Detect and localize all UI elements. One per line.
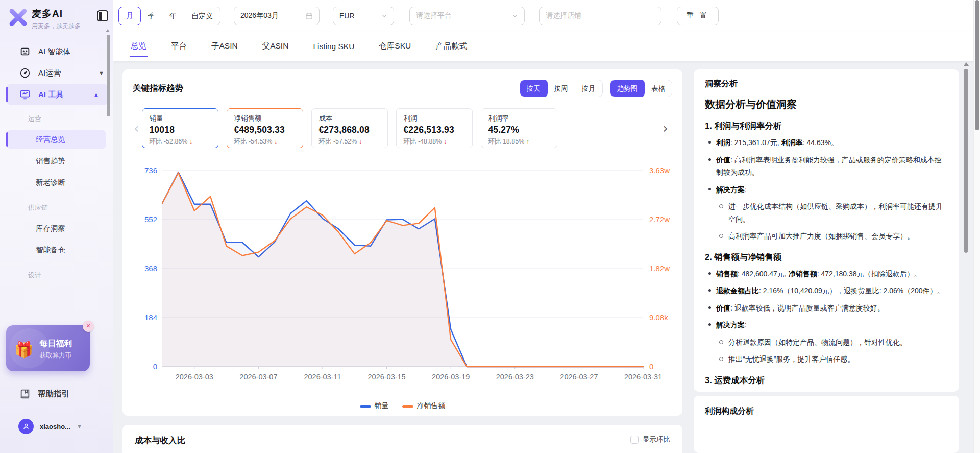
legend-swatch (402, 405, 413, 408)
tab-仓库SKU[interactable]: 仓库SKU (378, 32, 412, 60)
svg-text:0: 0 (649, 362, 653, 371)
section-title: 关键指标趋势 (133, 83, 183, 94)
legend-item-净销售额[interactable]: 净销售额 (402, 401, 446, 411)
carousel-left-arrow-icon[interactable]: ‹ (133, 122, 140, 135)
tab-父ASIN[interactable]: 父ASIN (261, 32, 290, 60)
sidebar-item-ai-agent[interactable]: AI 智能体 (0, 41, 113, 62)
sidebar-item-smart-stocking[interactable]: 智能备仓 (0, 240, 113, 259)
shop-select[interactable]: 请选择店铺 (539, 7, 662, 25)
chevron-down-icon (512, 13, 518, 19)
chevron-down-icon (381, 13, 387, 19)
platform-select[interactable]: 请选择平台 (409, 7, 525, 25)
insight-bullet: 高利润率产品可加大推广力度（如捆绑销售、会员专享）。 (705, 230, 948, 243)
granularity-按月[interactable]: 按月 (575, 80, 602, 97)
profit-composition-card: 利润构成分析 (694, 396, 959, 453)
svg-text:0: 0 (153, 362, 157, 371)
gift-icon: 🎁 (14, 341, 33, 359)
checkbox-icon[interactable] (630, 436, 639, 444)
trend-up-arrow-icon: ↑ (526, 137, 530, 145)
sidebar-collapse-icon[interactable] (97, 10, 108, 21)
insight-body: 数据分析与价值洞察1. 利润与利润率分析利润: 215,361.07元, 利润率… (705, 98, 948, 392)
panel-scrollbar[interactable] (964, 62, 969, 443)
insight-bullet: 运费金额: 10,031.75元, 占销售额的2.08%。 (705, 391, 948, 392)
metric-compare: 环比 18.85% ↑ (488, 137, 550, 146)
currency-select[interactable]: EUR (333, 7, 394, 25)
carousel-right-arrow-icon[interactable]: › (662, 122, 669, 135)
period-year-button[interactable]: 年 (162, 7, 184, 25)
view-表格[interactable]: 表格 (645, 80, 672, 97)
period-month-button[interactable]: 月 (118, 7, 141, 25)
tab-平台[interactable]: 平台 (170, 32, 188, 60)
app-root: 麦多AI 用麦多，越卖越多 AI 智能体 AI运营 ▼ AI 工具 ▲ 运营 经… (0, 0, 980, 453)
sidebar-item-business-overview[interactable]: 经营总览 (6, 130, 106, 149)
metric-cards-row: ‹ 销量10018环比 -52.86% ↓净销售额€489,503.33环比 -… (133, 108, 672, 148)
metric-compare: 环比 -52.86% ↓ (149, 137, 211, 146)
metric-compare: 环比 -54.53% ↓ (234, 137, 296, 146)
app-tagline: 用麦多，越卖越多 (32, 22, 97, 31)
currency-value: EUR (339, 12, 355, 20)
window-scrollbar[interactable] (973, 0, 980, 453)
sidebar-item-label: AI 工具 (38, 90, 63, 100)
trend-chart: 001849.08k3681.82w5522.72w7363.63w2026-0… (133, 163, 672, 396)
view-toggle: 趋势图表格 (610, 80, 673, 97)
help-guide[interactable]: 帮助指引 (19, 388, 69, 399)
insight-bullet: 退款金额占比: 2.16%（10,420.09元），退换货量比: 2.06%（2… (705, 284, 948, 297)
section-title: 洞察分析 (705, 79, 948, 89)
tab-子ASIN[interactable]: 子ASIN (210, 32, 239, 60)
sidebar: 麦多AI 用麦多，越卖越多 AI 智能体 AI运营 ▼ AI 工具 ▲ 运营 经… (0, 0, 113, 453)
metric-value: €226,513.93 (403, 125, 465, 135)
section-title: 利润构成分析 (705, 406, 948, 417)
tab-总览[interactable]: 总览 (130, 32, 148, 60)
sidebar-item-label: AI运营 (38, 68, 61, 78)
sidebar-section-supply-chain: 供应链 (0, 194, 113, 217)
window-scrollbar-thumb[interactable] (975, 0, 979, 130)
trend-down-arrow-icon: ↓ (359, 137, 362, 145)
svg-text:2026-03-19: 2026-03-19 (432, 373, 470, 381)
user-menu[interactable]: xiaosho... ▼ (18, 419, 82, 434)
svg-text:3.63w: 3.63w (649, 166, 670, 175)
trend-down-arrow-icon: ↓ (444, 137, 447, 145)
scroll-up-arrow-icon[interactable] (964, 62, 969, 66)
metric-card-利润率[interactable]: 利润率45.27%环比 18.85% ↑ (481, 108, 557, 148)
date-picker[interactable]: 2026年03月 (234, 7, 320, 25)
sidebar-item-inventory-insight[interactable]: 库存洞察 (0, 219, 113, 238)
sidebar-item-new-old-diagnosis[interactable]: 新老诊断 (0, 173, 113, 192)
period-custom-button[interactable]: 自定义 (184, 7, 220, 25)
person-icon (22, 422, 30, 431)
sidebar-scrollbar-thumb[interactable] (107, 35, 110, 116)
svg-text:2026-03-23: 2026-03-23 (496, 373, 534, 381)
tab-产品款式[interactable]: 产品款式 (434, 32, 468, 60)
view-趋势图[interactable]: 趋势图 (610, 80, 646, 97)
app-name: 麦多AI (32, 7, 97, 20)
legend-swatch (360, 405, 371, 408)
section-title: 成本与收入比 (135, 435, 185, 446)
insight-analysis-card: 洞察分析 数据分析与价值洞察1. 利润与利润率分析利润: 215,361.07元… (694, 69, 959, 392)
metric-card-销量[interactable]: 销量10018环比 -52.86% ↓ (142, 108, 218, 148)
legend-item-销量[interactable]: 销量 (360, 401, 389, 411)
svg-text:736: 736 (144, 166, 157, 175)
granularity-按天[interactable]: 按天 (520, 80, 548, 97)
sidebar-item-ai-tools[interactable]: AI 工具 ▲ (6, 84, 108, 105)
metric-card-成本[interactable]: 成本€273,868.08环比 -57.52% ↓ (311, 108, 388, 148)
show-mom-checkbox-row[interactable]: 显示环比 (630, 435, 670, 444)
svg-text:9.08k: 9.08k (649, 313, 668, 322)
period-quarter-button[interactable]: 季 (140, 7, 162, 25)
sidebar-item-ai-ops[interactable]: AI运营 ▼ (0, 62, 113, 84)
sidebar-scroll-up-arrow[interactable] (106, 29, 110, 32)
svg-text:1.82w: 1.82w (649, 264, 670, 273)
tab-Listing SKU[interactable]: Listing SKU (312, 33, 355, 60)
granularity-按周[interactable]: 按周 (548, 80, 575, 97)
svg-text:2026-03-15: 2026-03-15 (368, 373, 406, 381)
promo-title: 每日福利 (39, 339, 72, 349)
svg-text:368: 368 (144, 264, 157, 273)
reset-button[interactable]: 重 置 (677, 7, 719, 25)
sidebar-item-sales-trend[interactable]: 销售趋势 (0, 151, 113, 171)
daily-bonus-card[interactable]: 🎁 每日福利 获取算力币 × (6, 325, 90, 371)
sidebar-nav: AI 智能体 AI运营 ▼ AI 工具 ▲ 运营 经营总览 销售趋势 新老诊断 … (0, 36, 113, 284)
close-icon[interactable]: × (83, 321, 94, 332)
metric-card-利润[interactable]: 利润€226,513.93环比 -48.88% ↓ (396, 108, 473, 148)
metric-card-净销售额[interactable]: 净销售额€489,503.33环比 -54.53% ↓ (227, 108, 303, 148)
sidebar-section-operations: 运营 (0, 105, 113, 128)
legend-label: 净销售额 (417, 401, 446, 411)
panel-scrollbar-thumb[interactable] (964, 69, 968, 253)
